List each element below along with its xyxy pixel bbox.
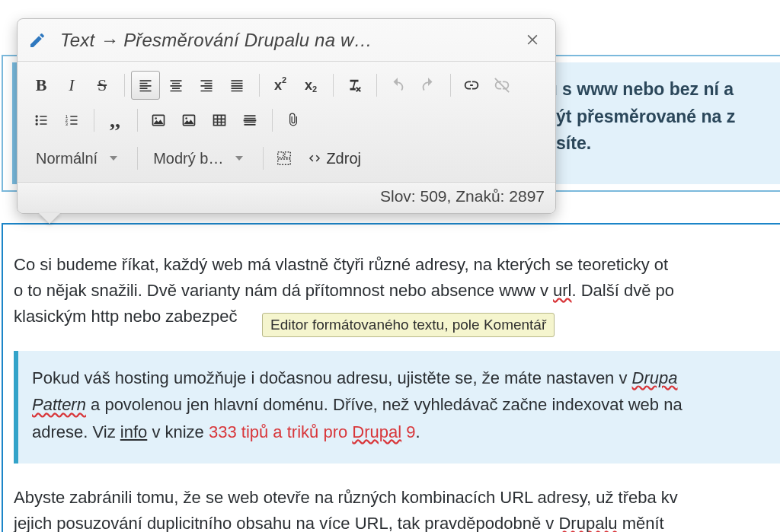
body-editable-frame[interactable]: Co si budeme říkat, každý web má vlastně…	[2, 223, 780, 532]
image2-button[interactable]	[174, 106, 203, 135]
status-words-label: Slov	[380, 187, 411, 205]
link-button[interactable]	[457, 71, 486, 100]
separator	[272, 109, 273, 132]
bq-line1a: Pokud váš hosting umožňuje i dočasnou ad…	[32, 368, 632, 387]
p1-line2b: . Další dvě po	[571, 281, 674, 300]
align-right-button[interactable]	[192, 71, 221, 100]
separator	[124, 74, 125, 97]
separator	[137, 147, 138, 170]
style-combo-label: Modrý b…	[153, 150, 223, 167]
svg-point-2	[36, 123, 38, 125]
remove-format-button[interactable]	[340, 71, 369, 100]
svg-text:3: 3	[66, 122, 68, 126]
source-button-label: Zdroj	[326, 150, 361, 167]
numbered-list-button[interactable]: 123	[57, 106, 86, 135]
bq-dot: .	[415, 422, 420, 441]
table-button[interactable]	[205, 106, 234, 135]
toolbar-row-3: Normální Modrý b… Zdroj	[22, 138, 551, 180]
p2-line2a: jejich posuzování duplicitního obsahu na…	[14, 514, 558, 532]
close-icon[interactable]	[520, 25, 545, 55]
italic-button[interactable]: I	[57, 71, 86, 100]
separator	[137, 109, 138, 132]
spell-drupalu: Drupalu	[558, 514, 617, 532]
style-combo[interactable]: Modrý b…	[144, 144, 249, 173]
p1-line2a: o to nějak snažili. Dvě varianty nám dá …	[14, 281, 553, 300]
bq-line3b: v knize	[147, 422, 209, 441]
bq-info: info	[120, 422, 147, 441]
toolbar-row-1: B I S x2 x2	[22, 68, 551, 103]
blockquote-button[interactable]: ,,	[101, 106, 129, 135]
separator	[333, 74, 334, 97]
ckeditor-titlebar[interactable]: Text → Přesměrování Drupalu na w…	[18, 19, 555, 62]
separator	[263, 147, 264, 170]
toolbar-row-2: 123 ,,	[22, 103, 551, 138]
spell-url: url	[553, 281, 571, 300]
chevron-down-icon	[235, 156, 243, 161]
p2-line2b: měnít	[618, 514, 664, 532]
svg-point-7	[155, 117, 157, 119]
paragraph-2[interactable]: Abyste zabránili tomu, že se web otevře …	[14, 485, 780, 532]
source-button[interactable]: Zdroj	[300, 144, 369, 173]
align-justify-button[interactable]	[222, 71, 251, 100]
svg-point-9	[185, 117, 187, 119]
bq-link-drupal[interactable]: Drupal	[352, 422, 401, 441]
ckeditor-toolbar: B I S x2 x2	[18, 62, 555, 182]
svg-point-0	[36, 115, 38, 117]
status-words: 509	[420, 187, 447, 205]
svg-rect-10	[214, 115, 225, 125]
redo-button[interactable]	[414, 71, 443, 100]
bq-link-tail[interactable]: 9	[401, 422, 415, 441]
bq-link-333[interactable]: 333 tipů a triků pro	[209, 422, 352, 441]
svg-point-1	[36, 119, 38, 121]
tooltip-field-name: Editor formátovaného textu, pole Komentá…	[262, 313, 555, 337]
panel-tail-icon	[39, 213, 60, 224]
pencil-icon	[28, 31, 46, 49]
ckeditor-status: Slov: 509, Znaků: 2897	[18, 182, 555, 213]
bulleted-list-button[interactable]	[27, 106, 56, 135]
ckeditor-title: Text → Přesměrování Drupalu na w…	[60, 30, 520, 51]
format-combo-label: Normální	[36, 150, 98, 167]
separator	[450, 74, 451, 97]
body-blockquote[interactable]: Pokud váš hosting umožňuje i dočasnou ad…	[14, 351, 780, 464]
ckeditor-panel: Text → Přesměrování Drupalu na w… B I S	[17, 18, 556, 214]
bq-line3a: adrese. Viz	[32, 422, 120, 441]
image-button[interactable]	[144, 106, 173, 135]
unlink-button[interactable]	[488, 71, 516, 100]
align-center-button[interactable]	[161, 71, 190, 100]
show-blocks-button[interactable]	[270, 144, 299, 173]
bq-pattern-italic: Pattern	[32, 395, 86, 414]
status-chars: 2897	[509, 187, 545, 205]
svg-rect-14	[278, 159, 291, 164]
format-combo[interactable]: Normální	[27, 144, 123, 173]
separator	[376, 74, 377, 97]
attach-button[interactable]	[279, 106, 308, 135]
align-left-button[interactable]	[131, 71, 160, 100]
bq-drupal-italic: Drupa	[632, 368, 678, 387]
svg-rect-11	[244, 119, 257, 121]
bold-button[interactable]: B	[27, 71, 56, 100]
svg-rect-12	[278, 152, 283, 158]
subscript-button[interactable]: x2	[296, 71, 325, 100]
undo-button[interactable]	[383, 71, 412, 100]
p2-line1: Abyste zabránili tomu, že se web otevře …	[14, 488, 678, 507]
superscript-button[interactable]: x2	[266, 71, 295, 100]
strike-button[interactable]: S	[88, 71, 117, 100]
separator	[259, 74, 260, 97]
chevron-down-icon	[110, 156, 117, 161]
p1-line1: Co si budeme říkat, každý web má vlastně…	[14, 255, 668, 274]
horizontal-rule-button[interactable]	[235, 106, 264, 135]
bq-line2b: a povolenou jen hlavní doménu. Dříve, ne…	[86, 395, 682, 414]
status-chars-label: Znaků	[456, 187, 500, 205]
svg-rect-13	[285, 152, 290, 158]
separator	[94, 109, 94, 132]
p1-line3: klasickým http nebo zabezpeč	[14, 307, 238, 326]
